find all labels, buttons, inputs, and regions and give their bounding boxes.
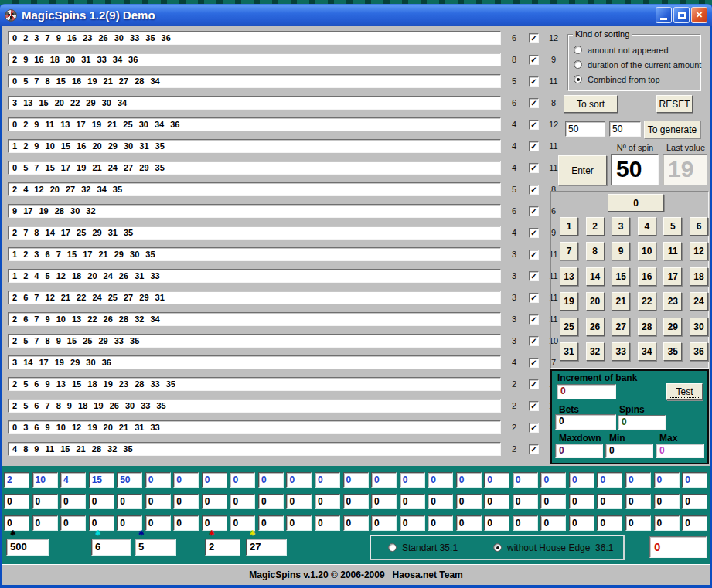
number-button-9[interactable]: 9: [612, 242, 630, 260]
titlebar[interactable]: MagicSpins 1.2(9) Demo ✕: [0, 4, 712, 26]
spin-numbers-field[interactable]: 0 2 3 7 9 16 23 26 30 33 35 36: [8, 31, 501, 45]
bet-cell[interactable]: 0: [286, 472, 312, 488]
bet-cell[interactable]: 15: [89, 472, 114, 488]
bet-cell[interactable]: 0: [371, 494, 397, 509]
spin-numbers-field[interactable]: 2 9 16 18 30 31 33 34 36: [8, 53, 501, 66]
bet-cell[interactable]: 4: [60, 472, 86, 488]
bet-cell[interactable]: 0: [400, 515, 425, 531]
row-checkbox[interactable]: ✓: [529, 141, 539, 151]
spin-numbers-field[interactable]: 2 4 12 20 27 32 34 35: [8, 182, 501, 196]
bet-cell[interactable]: 0: [625, 515, 651, 531]
row-checkbox[interactable]: ✓: [529, 444, 539, 454]
radio-icon[interactable]: [493, 543, 502, 552]
number-button-20[interactable]: 20: [586, 292, 605, 311]
spin-numbers-field[interactable]: 1 2 4 5 12 18 20 24 26 31 33: [8, 269, 501, 283]
row-checkbox[interactable]: ✓: [529, 250, 539, 260]
row-checkbox[interactable]: ✓: [529, 379, 539, 389]
payout-option[interactable]: Standart 35:1: [388, 540, 458, 555]
row-checkbox[interactable]: ✓: [529, 76, 539, 87]
spin-numbers-field[interactable]: 0 5 7 8 15 16 19 21 27 28 34: [8, 74, 501, 88]
number-button-21[interactable]: 21: [612, 292, 630, 311]
bet-cell[interactable]: 0: [597, 472, 622, 488]
bet-cell[interactable]: 0: [286, 515, 312, 531]
bet-cell[interactable]: 0: [286, 494, 312, 509]
bet-cell[interactable]: 0: [625, 472, 651, 488]
number-button-24[interactable]: 24: [690, 292, 708, 311]
bet-cell[interactable]: 0: [597, 494, 622, 509]
row-checkbox[interactable]: ✓: [529, 206, 539, 216]
bet-cell[interactable]: 0: [173, 515, 199, 531]
bet-cell[interactable]: 0: [315, 515, 340, 531]
bet-cell[interactable]: 0: [484, 515, 509, 531]
bet-cell[interactable]: 0: [597, 515, 622, 531]
number-button-35[interactable]: 35: [663, 342, 682, 361]
bet-cell[interactable]: 0: [315, 494, 340, 509]
spin-numbers-field[interactable]: 1 2 3 6 7 15 17 21 29 30 35: [8, 247, 501, 261]
spins-field[interactable]: 0: [618, 415, 666, 430]
increment-field[interactable]: 0: [557, 384, 616, 399]
radio-icon[interactable]: [388, 543, 397, 552]
spin-numbers-field[interactable]: 0 5 7 15 17 19 21 24 27 29 35: [8, 161, 501, 175]
to-sort-button[interactable]: To sort: [564, 95, 618, 113]
number-button-12[interactable]: 12: [690, 242, 708, 260]
radio-icon[interactable]: [574, 46, 582, 54]
number-button-8[interactable]: 8: [586, 242, 605, 260]
max-field[interactable]: 0: [656, 444, 704, 458]
bet-cell[interactable]: 0: [371, 515, 397, 531]
number-button-13[interactable]: 13: [560, 267, 578, 286]
number-button-2[interactable]: 2: [586, 217, 605, 236]
maximize-button[interactable]: [673, 7, 690, 23]
bet-cell[interactable]: 0: [456, 472, 482, 488]
number-button-15[interactable]: 15: [612, 267, 630, 286]
bet-cell[interactable]: 0: [540, 515, 566, 531]
bet-cell[interactable]: 0: [173, 494, 199, 509]
row-checkbox[interactable]: ✓: [529, 401, 539, 411]
radio-icon[interactable]: [574, 75, 582, 83]
bet-cell[interactable]: 0: [456, 494, 482, 509]
bet-cell[interactable]: 0: [32, 494, 58, 509]
number-button-0[interactable]: 0: [608, 194, 664, 212]
bet-cell[interactable]: 0: [428, 515, 453, 531]
bet-cell[interactable]: 0: [569, 472, 594, 488]
number-button-23[interactable]: 23: [663, 292, 682, 311]
bet-cell[interactable]: 0: [89, 515, 114, 531]
number-button-22[interactable]: 22: [638, 292, 656, 311]
row-checkbox[interactable]: ✓: [529, 33, 539, 43]
number-button-14[interactable]: 14: [586, 267, 605, 286]
bet-cell[interactable]: 0: [202, 494, 227, 509]
spin-numbers-field[interactable]: 2 5 6 7 8 9 18 19 26 30 33 35: [8, 399, 501, 413]
bet-cell[interactable]: 0: [230, 515, 255, 531]
number-button-28[interactable]: 28: [638, 318, 656, 336]
to-generate-button[interactable]: To generate: [644, 121, 700, 138]
number-button-1[interactable]: 1: [560, 217, 578, 236]
bet-cell[interactable]: 0: [230, 494, 255, 509]
sorting-option[interactable]: duration of the current amount: [574, 57, 700, 72]
maxdown-field[interactable]: 0: [555, 444, 603, 458]
bet-cell[interactable]: 0: [32, 515, 58, 531]
bet-cell[interactable]: 0: [625, 494, 651, 509]
bet-cell[interactable]: 0: [258, 515, 284, 531]
bet-cell[interactable]: 0: [371, 472, 397, 488]
row-checkbox[interactable]: ✓: [529, 185, 539, 195]
bet-cell[interactable]: 0: [484, 494, 509, 509]
bet-cell[interactable]: 0: [682, 515, 707, 531]
spin-numbers-field[interactable]: 9 17 19 28 30 32: [8, 204, 501, 218]
row-checkbox[interactable]: ✓: [529, 163, 539, 173]
min-field[interactable]: 0: [605, 444, 653, 458]
bet-cell[interactable]: 0: [654, 472, 680, 488]
number-button-29[interactable]: 29: [663, 318, 682, 336]
number-button-10[interactable]: 10: [638, 242, 656, 260]
row-checkbox[interactable]: ✓: [529, 314, 539, 325]
generate-count-input-2[interactable]: 50: [609, 121, 641, 137]
number-button-18[interactable]: 18: [690, 267, 708, 286]
bet-cell[interactable]: 0: [117, 515, 142, 531]
bet-cell[interactable]: 0: [145, 472, 171, 488]
spin-numbers-field[interactable]: 3 13 15 20 22 29 30 34: [8, 96, 501, 110]
bet-cell[interactable]: 0: [60, 494, 86, 509]
spin-numbers-field[interactable]: 2 7 8 14 17 25 29 31 35: [8, 226, 501, 240]
bet-cell[interactable]: 0: [654, 494, 680, 509]
sorting-option[interactable]: Combined from top: [574, 72, 700, 87]
spin-numbers-field[interactable]: 0 2 9 11 13 17 19 21 25 30 34 36: [8, 117, 501, 131]
bets-field[interactable]: 0: [555, 414, 616, 430]
bet-cell[interactable]: 0: [145, 494, 171, 509]
